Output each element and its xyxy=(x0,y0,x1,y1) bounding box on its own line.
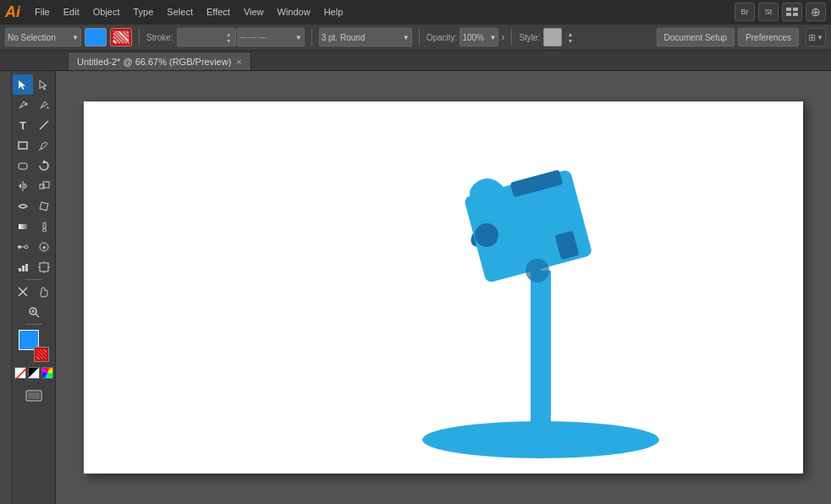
opacity-area: Opacity: 100% ▼ › xyxy=(427,28,505,47)
svg-rect-29 xyxy=(25,264,28,271)
stock-icon[interactable]: St xyxy=(758,3,779,21)
gradient-tool[interactable] xyxy=(13,216,33,237)
arrange-icon[interactable]: ⊕ xyxy=(806,3,826,21)
swap-colors-icon[interactable] xyxy=(28,367,40,379)
screen-mode-button[interactable] xyxy=(24,386,44,406)
artboard-tool[interactable] xyxy=(34,257,54,277)
divider-4 xyxy=(511,29,512,46)
left-ruler xyxy=(0,71,12,504)
tool-row-shapes xyxy=(13,135,54,156)
tab-close-button[interactable]: × xyxy=(236,57,241,67)
svg-marker-15 xyxy=(25,184,27,189)
selection-tool[interactable] xyxy=(13,74,33,95)
menu-select[interactable]: Select xyxy=(161,4,199,19)
menu-object[interactable]: Object xyxy=(87,4,126,19)
selection-indicator[interactable]: No Selection ▼ xyxy=(5,28,81,47)
eraser-tool[interactable] xyxy=(13,156,33,176)
reflect-tool[interactable] xyxy=(13,176,33,196)
color-swatches xyxy=(17,330,51,362)
lamp-illustration xyxy=(84,101,803,474)
stroke-swatch[interactable] xyxy=(110,28,132,47)
stroke-type-dropdown[interactable]: — — — ▼ xyxy=(237,28,305,47)
color-mode-row xyxy=(14,367,53,379)
svg-rect-19 xyxy=(19,224,27,229)
tool-row-pen: + xyxy=(13,95,54,115)
document-setup-button[interactable]: Document Setup xyxy=(657,28,735,47)
menu-edit[interactable]: Edit xyxy=(58,4,85,19)
column-graph-tool[interactable] xyxy=(13,257,33,277)
stroke-spinner[interactable]: ▲▼ xyxy=(226,31,232,44)
bridge-icon[interactable]: Br xyxy=(735,3,755,21)
fill-swatch[interactable] xyxy=(85,28,107,47)
svg-line-38 xyxy=(36,314,39,317)
svg-point-22 xyxy=(18,245,21,249)
rectangle-tool[interactable] xyxy=(13,135,33,156)
direct-selection-tool[interactable] xyxy=(34,74,54,95)
document-tab[interactable]: Untitled-2* @ 66.67% (RGB/Preview) × xyxy=(68,52,251,70)
toolbar: No Selection ▼ Stroke: ▲▼ — — — ▼ 3 pt. … xyxy=(0,24,831,51)
style-label: Style: xyxy=(519,33,540,42)
layout-icon[interactable] xyxy=(782,3,802,21)
pen-tool[interactable] xyxy=(13,95,33,115)
hand-tool[interactable] xyxy=(34,282,54,302)
menu-window[interactable]: Window xyxy=(272,4,316,19)
canvas-area[interactable] xyxy=(56,71,831,504)
line-segment-tool[interactable] xyxy=(34,115,54,135)
main-area: + T xyxy=(0,71,831,504)
style-swatch[interactable] xyxy=(543,28,562,47)
svg-rect-9 xyxy=(19,142,27,149)
pencil-tool[interactable] xyxy=(34,135,54,156)
svg-rect-28 xyxy=(22,266,25,271)
svg-text:★: ★ xyxy=(41,244,47,250)
svg-point-6 xyxy=(25,103,28,106)
add-anchor-tool[interactable]: + xyxy=(34,95,54,115)
color-icon[interactable] xyxy=(41,367,53,379)
tab-title: Untitled-2* @ 66.67% (RGB/Preview) xyxy=(77,57,231,67)
preferences-button[interactable]: Preferences xyxy=(738,28,799,47)
svg-rect-11 xyxy=(19,163,27,169)
opacity-label: Opacity: xyxy=(427,33,458,42)
svg-marker-4 xyxy=(19,80,25,90)
arrange-options-icon[interactable]: ⊞ ▼ xyxy=(806,28,826,47)
svg-text:+: + xyxy=(46,104,50,111)
menu-view[interactable]: View xyxy=(238,4,270,19)
free-transform-tool[interactable] xyxy=(34,196,54,216)
tool-row-warp-gradient xyxy=(13,196,54,216)
blend-tool[interactable] xyxy=(13,237,33,257)
type-tool[interactable]: T xyxy=(13,115,33,135)
svg-line-41 xyxy=(16,369,26,379)
tool-row-type: T xyxy=(13,115,54,135)
svg-point-51 xyxy=(526,259,549,282)
eyedropper-tool[interactable] xyxy=(34,216,54,237)
svg-rect-18 xyxy=(40,202,48,211)
menu-type[interactable]: Type xyxy=(128,4,160,19)
tool-row-mirror-scale xyxy=(13,176,54,196)
divider-3 xyxy=(419,29,420,46)
svg-line-10 xyxy=(39,149,41,151)
divider-1 xyxy=(139,29,140,46)
style-spinner[interactable]: ▲ ▼ xyxy=(567,31,573,44)
app-logo: Ai xyxy=(5,3,20,21)
divider-2 xyxy=(311,29,312,46)
slice-tool[interactable] xyxy=(13,282,33,302)
svg-point-23 xyxy=(25,245,28,249)
rotate-tool[interactable] xyxy=(34,156,54,176)
stroke-color-swatch[interactable] xyxy=(34,347,49,362)
stroke-label: Stroke: xyxy=(146,33,173,42)
none-swatch[interactable] xyxy=(14,367,26,379)
warp-tool[interactable] xyxy=(13,196,33,216)
opacity-expand[interactable]: › xyxy=(501,31,504,43)
opacity-input[interactable]: 100% ▼ xyxy=(460,28,498,47)
brush-dropdown[interactable]: 3 pt. Round ▼ xyxy=(319,28,412,47)
toolbox-sep-2 xyxy=(25,324,42,325)
zoom-tool[interactable] xyxy=(24,302,44,322)
menu-help[interactable]: Help xyxy=(318,4,349,19)
scale-tool[interactable] xyxy=(34,176,54,196)
stroke-dropdown[interactable]: ▲▼ xyxy=(177,28,236,47)
menu-file[interactable]: File xyxy=(29,4,56,19)
symbol-sprayer-tool[interactable]: ★ xyxy=(34,237,54,257)
tool-row-slice xyxy=(13,282,54,302)
menu-effect[interactable]: Effect xyxy=(201,4,236,19)
tool-row-1 xyxy=(13,74,54,95)
tool-row-chart xyxy=(13,257,54,277)
